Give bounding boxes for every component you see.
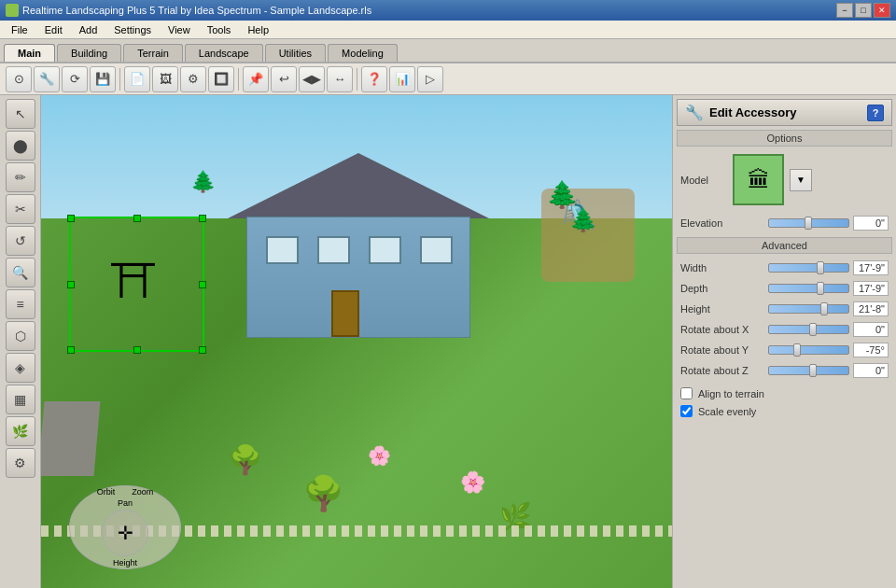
adv-label-3: Rotate about X xyxy=(680,324,764,335)
orbit-label[interactable]: Orbit xyxy=(97,487,116,497)
sidebar-btn-8[interactable]: ◈ xyxy=(6,353,35,383)
maximize-button[interactable]: □ xyxy=(855,3,872,18)
toolbar-btn-7[interactable]: 🔲 xyxy=(208,66,234,92)
menu-item-edit[interactable]: Edit xyxy=(37,22,70,37)
toolbar-btn-8[interactable]: 📌 xyxy=(243,66,269,92)
adv-label-5: Rotate about Z xyxy=(680,365,764,376)
toolbar-btn-1[interactable]: 🔧 xyxy=(34,66,60,92)
house-door xyxy=(331,290,359,337)
elevation-row: Elevation 0" xyxy=(677,213,892,233)
toolbar-btn-11[interactable]: ↔ xyxy=(327,66,353,92)
title-bar-controls[interactable]: − □ ✕ xyxy=(836,3,890,18)
checkbox-label-0: Align to terrain xyxy=(698,388,764,399)
toolbar-btn-10[interactable]: ◀▶ xyxy=(299,66,325,92)
advanced-row-2: Height 21'-8" xyxy=(677,299,892,319)
sidebar-btn-11[interactable]: ⚙ xyxy=(6,448,35,478)
sidebar-btn-7[interactable]: ⬡ xyxy=(6,321,35,351)
tab-utilities[interactable]: Utilities xyxy=(265,44,326,62)
toolbar-btn-4[interactable]: 📄 xyxy=(124,66,150,92)
minimize-button[interactable]: − xyxy=(836,3,853,18)
house-window xyxy=(420,236,453,264)
toolbar-btn-2[interactable]: ⟳ xyxy=(62,66,88,92)
tab-landscape[interactable]: Landscape xyxy=(185,44,263,62)
panel-header-icon: 🔧 xyxy=(685,104,704,121)
model-dropdown[interactable]: ▼ xyxy=(790,169,812,191)
advanced-row-1: Depth 17'-9" xyxy=(677,278,892,299)
advanced-row-5: Rotate about Z 0" xyxy=(677,360,892,381)
adv-label-0: Width xyxy=(680,262,764,273)
sidebar-btn-3[interactable]: ✂ xyxy=(6,194,35,224)
adv-thumb-1[interactable] xyxy=(817,282,824,295)
adv-slider-0[interactable] xyxy=(768,263,849,273)
elevation-slider[interactable] xyxy=(768,218,849,228)
tab-building[interactable]: Building xyxy=(57,44,121,62)
adv-label-2: Height xyxy=(680,303,764,315)
viewport[interactable]: ⛩ 🛝 🌲 🌲 🌲 🌳 🌳 🌿 🌸 🌸 Orbit xyxy=(41,95,672,588)
tab-main[interactable]: Main xyxy=(4,44,55,62)
menu-item-settings[interactable]: Settings xyxy=(106,22,159,37)
tab-terrain[interactable]: Terrain xyxy=(123,44,183,62)
sidebar-btn-5[interactable]: 🔍 xyxy=(6,258,35,287)
adv-thumb-0[interactable] xyxy=(817,261,824,274)
menu-item-add[interactable]: Add xyxy=(72,22,105,37)
checkbox-0[interactable] xyxy=(680,387,693,399)
gazebo: ⛩ xyxy=(83,231,186,333)
close-button[interactable]: ✕ xyxy=(874,3,890,18)
dropdown-arrow-icon: ▼ xyxy=(796,175,805,185)
sidebar-btn-10[interactable]: 🌿 xyxy=(6,416,35,446)
elevation-thumb[interactable] xyxy=(805,217,812,230)
model-icon: 🏛 xyxy=(748,167,770,193)
toolbar-btn-3[interactable]: 💾 xyxy=(90,66,116,92)
advanced-rows: Width 17'-9" Depth 17'-9" Height 21'-8" … xyxy=(677,258,892,381)
sidebar-btn-1[interactable]: ⬤ xyxy=(6,131,35,161)
sidebar-btn-2[interactable]: ✏ xyxy=(6,162,35,192)
menu-item-tools[interactable]: Tools xyxy=(200,22,239,37)
panel-header-left: 🔧 Edit Accessory xyxy=(685,104,796,121)
toolbar-btn-14[interactable]: ▷ xyxy=(417,66,443,92)
tree: 🌲 xyxy=(569,207,597,233)
checkbox-label-1: Scale evenly xyxy=(698,406,756,417)
adv-slider-4[interactable] xyxy=(768,345,849,355)
adv-thumb-4[interactable] xyxy=(793,343,801,357)
menu-item-view[interactable]: View xyxy=(161,22,198,37)
adv-thumb-2[interactable] xyxy=(820,302,828,315)
house-window xyxy=(266,236,299,264)
toolbar-btn-12[interactable]: ❓ xyxy=(361,66,387,92)
title-bar-left: Realtime Landscaping Plus 5 Trial by Ide… xyxy=(6,4,371,17)
toolbar-btn-0[interactable]: ⊙ xyxy=(6,66,32,92)
compass-circle[interactable]: ✛ xyxy=(102,510,148,556)
adv-value-5: 0" xyxy=(853,363,889,378)
adv-slider-5[interactable] xyxy=(768,366,849,375)
toolbar-btn-13[interactable]: 📊 xyxy=(389,66,415,92)
advanced-row-0: Width 17'-9" xyxy=(677,258,892,278)
toolbar-btn-5[interactable]: 🖼 xyxy=(152,66,178,92)
house-window xyxy=(369,236,401,264)
zoom-label[interactable]: Zoom xyxy=(132,487,153,497)
adv-value-3: 0" xyxy=(853,322,889,337)
sidebar-btn-9[interactable]: ▦ xyxy=(6,385,35,414)
tab-modeling[interactable]: Modeling xyxy=(328,44,398,62)
adv-slider-3[interactable] xyxy=(768,325,849,334)
checkbox-1[interactable] xyxy=(680,405,693,417)
nav-compass[interactable]: Orbit Zoom Pan ✛ Height xyxy=(69,485,181,569)
adv-slider-1[interactable] xyxy=(768,284,849,293)
main-layout: ↖⬤✏✂↺🔍≡⬡◈▦🌿⚙ xyxy=(0,95,896,588)
sidebar-btn-4[interactable]: ↺ xyxy=(6,226,35,256)
adv-thumb-5[interactable] xyxy=(809,364,817,377)
adv-slider-2[interactable] xyxy=(768,304,849,314)
toolbar-btn-9[interactable]: ↩ xyxy=(271,66,297,92)
sidebar-btn-6[interactable]: ≡ xyxy=(6,289,35,319)
toolbar-separator xyxy=(238,68,239,91)
pan-label[interactable]: Pan xyxy=(118,498,133,508)
tree: 🌸 xyxy=(368,444,391,467)
model-preview[interactable]: 🏛 xyxy=(733,154,784,205)
advanced-row-3: Rotate about X 0" xyxy=(677,319,892,340)
sidebar-btn-0[interactable]: ↖ xyxy=(6,99,35,129)
scene: ⛩ 🛝 🌲 🌲 🌲 🌳 🌳 🌿 🌸 🌸 Orbit xyxy=(41,95,672,588)
toolbar-btn-6[interactable]: ⚙ xyxy=(180,66,206,92)
menu-item-help[interactable]: Help xyxy=(240,22,276,37)
adv-thumb-3[interactable] xyxy=(809,323,817,336)
help-button[interactable]: ? xyxy=(867,105,884,121)
menu-item-file[interactable]: File xyxy=(4,22,35,37)
height-label[interactable]: Height xyxy=(113,558,137,567)
